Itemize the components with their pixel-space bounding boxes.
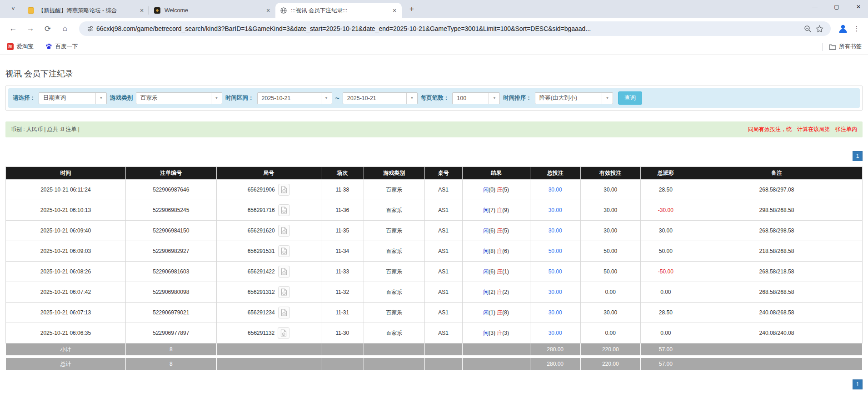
cell-valid-bet: 30.00 xyxy=(580,180,640,200)
forward-button[interactable]: → xyxy=(24,22,37,35)
result-banker: 庄 xyxy=(497,309,502,316)
video-record-icon[interactable] xyxy=(278,184,290,196)
video-record-icon[interactable] xyxy=(278,286,290,298)
new-tab-button[interactable]: + xyxy=(405,3,418,15)
cell-session: 11-36 xyxy=(321,200,364,221)
browser-menu-button[interactable]: ⋮ xyxy=(852,25,862,33)
video-record-icon[interactable] xyxy=(278,225,290,237)
pagination-page-1[interactable]: 1 xyxy=(853,379,863,389)
date-start-select[interactable]: 2025-10-21▼ xyxy=(257,92,332,104)
search-button[interactable]: 查询 xyxy=(618,91,642,105)
cell-bet-id: 522906979021 xyxy=(125,303,216,323)
bookmark-label: 百度一下 xyxy=(55,43,78,50)
result-banker: 庄 xyxy=(497,207,502,213)
back-button[interactable]: ← xyxy=(6,22,20,35)
per-page-select[interactable]: 100▼ xyxy=(452,92,500,104)
table-row: 2025-10-21 06:09:40522906984150656291620… xyxy=(6,221,863,241)
cell-total-bet-link[interactable]: 50.00 xyxy=(530,262,580,282)
cell-table-no: AS1 xyxy=(424,221,462,241)
tab-close-icon[interactable]: ✕ xyxy=(391,7,398,14)
date-end-select[interactable]: 2025-10-21▼ xyxy=(343,92,418,104)
cell-result: 闲(6) 庄(1) xyxy=(462,262,530,282)
column-header: 结果 xyxy=(462,167,530,180)
round-number: 656291132 xyxy=(248,330,274,336)
result-player: 闲 xyxy=(483,330,489,336)
result-banker: 庄 xyxy=(497,227,502,234)
cell-total-bet-link[interactable]: 50.00 xyxy=(530,241,580,262)
cell-game-type: 百家乐 xyxy=(364,241,424,262)
cell-total-bet-link[interactable]: 30.00 xyxy=(530,200,580,221)
window-maximize-button[interactable]: ▢ xyxy=(833,4,840,10)
per-page-label: 每页笔数： xyxy=(421,94,449,102)
bookmark-aitaobao[interactable]: 淘 爱淘宝 xyxy=(6,43,34,50)
game-type-select[interactable]: 百家乐▼ xyxy=(136,92,222,104)
bookmark-star-icon[interactable] xyxy=(813,25,825,33)
cell-table-no: AS1 xyxy=(424,282,462,303)
window-close-button[interactable]: ✕ xyxy=(855,4,862,10)
cell-game-type: 百家乐 xyxy=(364,221,424,241)
result-banker-points: (6) xyxy=(502,248,509,254)
url-text[interactable]: 66cxkj98.com/game/betrecord_search/kind3… xyxy=(96,25,802,32)
zoom-out-icon[interactable] xyxy=(802,25,813,33)
cell-total-bet-link[interactable]: 30.00 xyxy=(530,303,580,323)
cell-note: 268.58/297.08 xyxy=(691,180,862,200)
video-record-icon[interactable] xyxy=(278,327,289,339)
cell-total-bet-link[interactable]: 30.00 xyxy=(530,323,580,343)
video-record-icon[interactable] xyxy=(278,307,290,318)
result-player-points: (6) xyxy=(489,268,495,275)
tab-bet-records[interactable]: :::视讯 会员下注纪录::: ✕ xyxy=(275,3,402,18)
cell-session: 11-35 xyxy=(321,221,364,241)
cell-payout: 28.50 xyxy=(640,180,691,200)
cell-time: 2025-10-21 06:10:13 xyxy=(6,200,126,221)
result-banker-points: (3) xyxy=(502,330,509,336)
cell-game-type: 百家乐 xyxy=(364,262,424,282)
table-header-row: 时间注单编号局号场次游戏类别桌号结果总投注有效投注总派彩备注 xyxy=(6,167,863,180)
video-record-icon[interactable] xyxy=(278,204,290,216)
profile-avatar[interactable] xyxy=(837,23,849,35)
result-banker-points: (9) xyxy=(502,207,509,213)
site-settings-tune-icon[interactable] xyxy=(85,25,96,32)
query-type-select[interactable]: 日期查询▼ xyxy=(39,92,107,104)
footer-cell: 280.00 xyxy=(530,358,580,370)
tab-forum[interactable]: 【新提醒】海燕策略论坛 - 综合 ✕ xyxy=(23,3,149,18)
tab-search-chevron-icon[interactable]: ˅ xyxy=(6,2,20,16)
video-record-icon[interactable] xyxy=(278,266,290,278)
footer-cell: 小计 xyxy=(6,343,126,356)
footer-cell: 57.00 xyxy=(640,358,691,370)
address-bar[interactable]: 66cxkj98.com/game/betrecord_search/kind3… xyxy=(79,21,831,36)
footer-cell: 8 xyxy=(125,343,216,356)
footer-cell: 8 xyxy=(125,358,216,370)
cell-total-bet-link[interactable]: 30.00 xyxy=(530,180,580,200)
pagination-page-1[interactable]: 1 xyxy=(853,151,863,161)
result-banker: 庄 xyxy=(497,248,502,254)
cell-total-bet-link[interactable]: 30.00 xyxy=(530,282,580,303)
tab-welcome[interactable]: Welcome ✕ xyxy=(149,3,275,18)
bookmark-baidu[interactable]: 百度一下 xyxy=(45,43,78,50)
cell-session: 11-33 xyxy=(321,262,364,282)
cell-result: 闲(0) 庄(5) xyxy=(462,180,530,200)
home-button[interactable]: ⌂ xyxy=(58,22,72,35)
video-record-icon[interactable] xyxy=(278,245,290,257)
cell-round: 656291422 xyxy=(216,262,321,282)
result-player-points: (1) xyxy=(489,309,495,316)
result-banker-points: (5) xyxy=(502,187,509,193)
cell-time: 2025-10-21 06:06:35 xyxy=(6,323,126,343)
cell-result: 闲(1) 庄(8) xyxy=(462,303,530,323)
cell-game-type: 百家乐 xyxy=(364,323,424,343)
footer-cell xyxy=(321,358,364,370)
cell-game-type: 百家乐 xyxy=(364,303,424,323)
all-bookmarks-button[interactable]: 所有书签 xyxy=(839,43,862,50)
filter-panel: 请选择： 日期查询▼ 游戏类别 百家乐▼ 时间区间： 2025-10-21▼ ~… xyxy=(5,86,863,111)
chevron-down-icon: ▼ xyxy=(321,93,332,104)
cell-total-bet-link[interactable]: 30.00 xyxy=(530,221,580,241)
sort-select[interactable]: 降幂(由大到小)▼ xyxy=(535,92,613,104)
tab-close-icon[interactable]: ✕ xyxy=(138,7,145,14)
result-banker-points: (5) xyxy=(502,227,509,234)
reload-button[interactable]: ⟳ xyxy=(41,22,55,35)
tab-close-icon[interactable]: ✕ xyxy=(264,7,272,14)
cell-note: 240.08/240.08 xyxy=(691,323,862,343)
window-minimize-button[interactable]: — xyxy=(812,4,818,10)
grand-total-row: 总计8280.00220.0057.00 xyxy=(6,358,863,370)
footer-cell: 220.00 xyxy=(580,358,640,370)
cell-bet-id: 522906980098 xyxy=(125,282,216,303)
